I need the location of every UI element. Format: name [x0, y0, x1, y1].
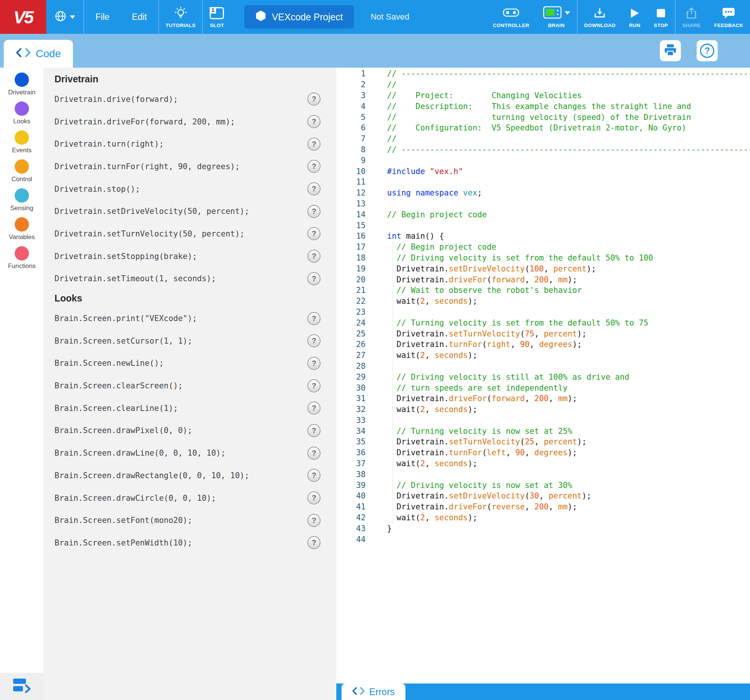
line-number: 1 — [336, 69, 366, 78]
command-help-button[interactable]: ? — [307, 379, 321, 392]
sidebar-item-drivetrain[interactable]: Drivetrain — [0, 70, 44, 99]
command-help-button[interactable]: ? — [307, 312, 321, 325]
line-number: 31 — [336, 394, 366, 403]
command-help-button[interactable]: ? — [307, 250, 321, 263]
command-help-button[interactable]: ? — [307, 491, 321, 505]
line-number: 8 — [336, 145, 366, 154]
sidebar-item-control[interactable]: Control — [0, 157, 44, 186]
brain-label: BRAIN — [548, 23, 564, 28]
code-editor[interactable]: 1// ------------------------------------… — [336, 68, 750, 683]
command-row[interactable]: Brain.Screen.setCursor(1, 1);? — [54, 330, 336, 352]
line-number: 34 — [336, 427, 366, 436]
sidebar-item-functions[interactable]: Functions — [0, 244, 44, 272]
command-help-button[interactable]: ? — [307, 115, 321, 128]
feedback-button[interactable]: FEEDBACK — [707, 0, 750, 34]
controller-button[interactable]: CONTROLLER — [486, 0, 536, 34]
command-help-button[interactable]: ? — [307, 334, 321, 348]
errors-bar: Errors — [336, 683, 750, 700]
controller-icon — [503, 6, 519, 20]
command-help-button[interactable]: ? — [307, 514, 321, 527]
code-line: 3// Project: Changing Velocities — [336, 90, 750, 101]
command-help-button[interactable]: ? — [307, 205, 321, 218]
code-line: 30 // turn speeds are set independently — [336, 382, 750, 393]
command-help-button[interactable]: ? — [307, 447, 321, 460]
stop-label: STOP — [654, 23, 668, 28]
tab-errors[interactable]: Errors — [341, 683, 406, 700]
command-row[interactable]: Drivetrain.stop();? — [54, 178, 336, 200]
command-row[interactable]: Drivetrain.setTurnVelocity(50, percent);… — [54, 223, 336, 245]
command-row[interactable]: Brain.Screen.setPenWidth(10);? — [54, 532, 336, 554]
command-row[interactable]: Drivetrain.drive(forward);? — [54, 88, 336, 111]
command-row[interactable]: Drivetrain.setStopping(brake);? — [54, 245, 336, 268]
run-button[interactable]: RUN — [622, 0, 647, 34]
command-help-button[interactable]: ? — [307, 424, 321, 437]
sidebar-item-variables[interactable]: Variables — [0, 215, 44, 244]
language-menu[interactable] — [46, 0, 83, 34]
command-row[interactable]: Brain.Screen.setFont(mono20);? — [54, 509, 336, 532]
code-line: 16int main() { — [336, 231, 750, 242]
share-button[interactable]: SHARE — [676, 0, 707, 34]
brain-button[interactable]: BRAIN — [536, 0, 577, 34]
tutorials-button[interactable]: TUTORIALS — [159, 0, 203, 34]
command-row[interactable]: Brain.Screen.newLine();? — [54, 352, 336, 375]
variables-category-icon — [15, 217, 29, 232]
line-number: 9 — [336, 156, 366, 165]
command-row[interactable]: Drivetrain.turn(right);? — [54, 133, 336, 155]
sidebar-item-sensing[interactable]: Sensing — [0, 186, 44, 215]
command-row[interactable]: Brain.Screen.print("VEXcode");? — [54, 307, 336, 330]
run-label: RUN — [629, 23, 640, 28]
sidebar-item-events[interactable]: Events — [0, 128, 44, 157]
command-help-button[interactable]: ? — [307, 357, 321, 370]
sub-toolbar: Code ? — [0, 34, 750, 68]
command-help-button[interactable]: ? — [307, 182, 321, 195]
menu-file[interactable]: File — [84, 0, 121, 34]
stop-button[interactable]: STOP — [647, 0, 675, 34]
command-row[interactable]: Brain.Screen.drawCircle(0, 0, 10);? — [54, 487, 336, 509]
indent-guide — [393, 242, 393, 523]
category-sidebar: DrivetrainLooksEventsControlSensingVaria… — [0, 68, 44, 700]
command-list: DrivetrainDrivetrain.drive(forward);?Dri… — [54, 71, 336, 554]
tab-code[interactable]: Code — [4, 40, 73, 68]
code-line: 31 Drivetrain.driveFor(forward, 200, mm)… — [336, 393, 750, 404]
editor-lines: 1// ------------------------------------… — [336, 68, 750, 545]
command-help-button[interactable]: ? — [307, 402, 321, 415]
command-row[interactable]: Brain.Screen.drawPixel(0, 0);? — [54, 420, 336, 442]
code-text: Drivetrain.setDriveVelocity(30, percent)… — [387, 491, 592, 500]
line-number: 18 — [336, 253, 366, 262]
feedback-icon — [722, 6, 735, 20]
command-help-button[interactable]: ? — [307, 272, 321, 285]
command-help-button[interactable]: ? — [307, 160, 321, 173]
code-text: // -------------------------------------… — [387, 69, 750, 78]
code-text: // — [387, 80, 397, 89]
blocks-toggle-icon — [12, 677, 32, 696]
command-row[interactable]: Drivetrain.setDriveVelocity(50, percent)… — [54, 200, 336, 223]
print-button[interactable] — [660, 40, 681, 61]
line-number: 23 — [336, 308, 366, 317]
command-row[interactable]: Drivetrain.setTimeout(1, seconds);? — [54, 268, 336, 290]
globe-icon — [54, 10, 66, 24]
help-button[interactable]: ? — [697, 40, 718, 61]
command-row[interactable]: Drivetrain.driveFor(forward, 200, mm);? — [54, 111, 336, 133]
vex-logo[interactable]: V5 — [0, 0, 46, 34]
command-help-button[interactable]: ? — [307, 227, 321, 240]
command-help-button[interactable]: ? — [307, 138, 321, 151]
command-row[interactable]: Brain.Screen.drawLine(0, 0, 10, 10);? — [54, 442, 336, 464]
command-text: Brain.Screen.clearLine(1); — [54, 404, 307, 413]
project-title-button[interactable]: VEXcode Project — [244, 5, 354, 29]
command-row[interactable]: Brain.Screen.clearLine(1);? — [54, 397, 336, 420]
slot-button[interactable]: 1 SLOT — [203, 0, 231, 34]
command-row[interactable]: Brain.Screen.clearScreen();? — [54, 374, 336, 397]
command-help-button[interactable]: ? — [307, 469, 321, 482]
menu-edit[interactable]: Edit — [121, 0, 158, 34]
download-button[interactable]: DOWNLOAD — [578, 0, 622, 34]
line-number: 24 — [336, 318, 366, 328]
command-row[interactable]: Brain.Screen.drawRectangle(0, 0, 10, 10)… — [54, 464, 336, 487]
code-line: 13 — [336, 198, 750, 209]
code-text: using namespace vex; — [387, 188, 482, 197]
blocks-toggle-button[interactable] — [0, 673, 44, 700]
code-line: 19 Drivetrain.setDriveVelocity(100, perc… — [336, 263, 750, 274]
command-row[interactable]: Drivetrain.turnFor(right, 90, degrees);? — [54, 155, 336, 178]
command-help-button[interactable]: ? — [307, 92, 321, 106]
command-help-button[interactable]: ? — [307, 536, 321, 549]
sidebar-item-looks[interactable]: Looks — [0, 99, 44, 128]
